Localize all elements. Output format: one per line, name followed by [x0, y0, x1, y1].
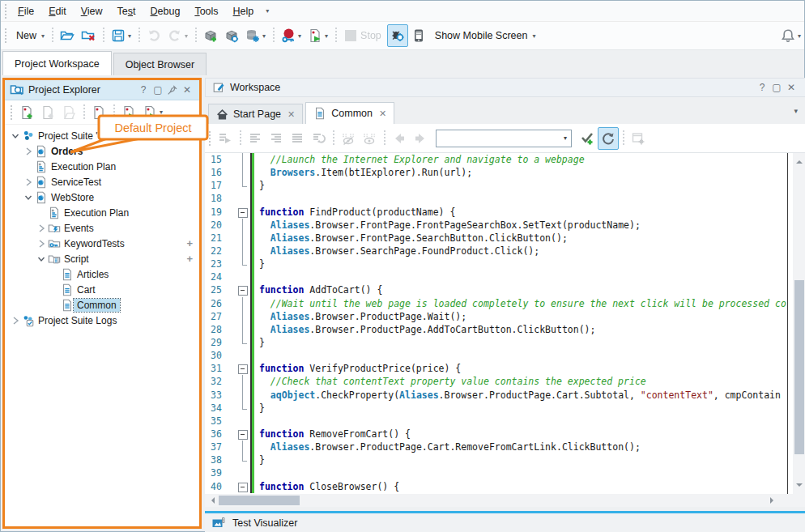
close-project-button[interactable] [78, 24, 99, 47]
data-options-button[interactable]: ▾ [242, 24, 269, 47]
notifications-button[interactable]: ▾ [777, 24, 804, 47]
chevron-right-icon[interactable] [10, 315, 21, 326]
menu-tools[interactable]: Tools [187, 2, 225, 20]
tab-object-browser[interactable]: Object Browser [113, 53, 207, 75]
code-line[interactable]: 35 [205, 415, 793, 428]
menu-view[interactable]: View [74, 2, 110, 20]
menu-overflow-icon[interactable]: ▾ [261, 7, 274, 15]
menu-debug[interactable]: Debug [143, 2, 188, 20]
code-line[interactable]: 18 [205, 192, 793, 205]
combobox-caret-icon[interactable]: ▾ [564, 134, 567, 142]
tree-item-servicetest[interactable]: ServiceTest [5, 174, 199, 189]
chevron-down-icon[interactable] [23, 192, 34, 203]
code-line[interactable]: 21 Aliases.Browser.FrontPage.SearchButto… [205, 232, 793, 245]
code-line[interactable]: 33 aqObject.CheckProperty(Aliases.Browse… [205, 389, 793, 402]
toolbar-grip[interactable] [3, 28, 8, 43]
chevron-right-icon[interactable] [23, 177, 34, 188]
scrollbar-thumb[interactable] [219, 496, 300, 505]
close-icon[interactable]: ✕ [784, 80, 799, 95]
close-tab-icon[interactable]: ✕ [288, 109, 295, 120]
code-line[interactable]: 17} [205, 179, 793, 192]
chevron-right-icon[interactable] [23, 146, 34, 157]
tree-item-webstore[interactable]: WebStore [5, 189, 199, 205]
vertical-scrollbar[interactable] [793, 153, 805, 494]
chevron-down-icon[interactable] [10, 130, 21, 142]
chevron-right-icon[interactable] [36, 223, 47, 234]
dropdown-caret-icon[interactable]: ▾ [41, 32, 45, 40]
dropdown-caret-icon[interactable]: ▾ [798, 32, 801, 40]
chevron-down-icon[interactable] [36, 253, 47, 265]
code-line[interactable]: 24 [205, 270, 793, 283]
add-new-item-button[interactable] [16, 101, 37, 124]
code-line[interactable]: 25function AddToCart() { [205, 283, 793, 296]
fold-collapse-icon[interactable] [236, 480, 250, 493]
tab-project-workspace[interactable]: Project Workspace [2, 51, 112, 75]
code-editor[interactable]: 15 //Launch the Internet Explorer and na… [205, 153, 793, 494]
code-line[interactable]: 26 //Wait until the web page is loaded c… [205, 297, 793, 310]
toolbar-grip[interactable] [3, 4, 8, 19]
help-icon[interactable]: ? [755, 80, 769, 95]
show-mobile-button[interactable]: Show Mobile Screen▾ [429, 24, 539, 47]
code-line[interactable]: 37 Aliases.Browser.ProductPage.Cart.Remo… [205, 440, 793, 453]
menu-file[interactable]: File [11, 2, 41, 20]
code-line[interactable]: 22 Aliases.Browser.SearchPage.FoundProdu… [205, 245, 793, 257]
tab-common[interactable]: Common ✕ [305, 102, 394, 124]
code-line[interactable]: 23} [205, 257, 793, 270]
dropdown-caret-icon[interactable]: ▾ [128, 32, 131, 40]
code-line[interactable]: 19function FindProduct(productName) { [205, 206, 793, 219]
map-object-button[interactable] [221, 24, 242, 47]
run-button[interactable]: ▾ [305, 24, 331, 47]
code-line[interactable]: 16 Browsers.Item(btIExplorer).Run(url); [205, 166, 793, 179]
maximize-icon[interactable]: ▢ [151, 83, 165, 97]
code-line[interactable]: 15 //Launch the Internet Explorer and na… [205, 153, 793, 166]
test-visualizer-bar[interactable]: Test Visualizer [205, 511, 805, 532]
close-tab-icon[interactable]: ✕ [379, 109, 386, 119]
tab-list-icon[interactable]: ▾ [794, 107, 798, 115]
code-line[interactable]: 30 [205, 349, 793, 362]
record-button[interactable]: ▾ [278, 24, 305, 47]
code-line[interactable]: 20 Aliases.Browser.FrontPage.FrontPageSe… [205, 219, 793, 232]
tree-item-execution-plan[interactable]: Execution Plan [5, 205, 199, 220]
tree-item-project-suite-logs[interactable]: Project Suite Logs [5, 313, 199, 328]
fold-collapse-icon[interactable] [236, 362, 250, 375]
scroll-up-icon[interactable] [796, 157, 803, 164]
menu-test[interactable]: Test [110, 2, 143, 20]
scroll-right-icon[interactable] [770, 497, 777, 504]
tree-item-articles[interactable]: Articles [5, 266, 199, 282]
code-line[interactable]: 28 Aliases.Browser.ProductPage.AddToCart… [205, 323, 793, 336]
code-line[interactable]: 38} [205, 453, 793, 466]
sync-button[interactable] [598, 127, 619, 150]
code-line[interactable]: 31function VerifyProductPrice(price) { [205, 362, 793, 375]
tree-item-common[interactable]: Common [5, 297, 199, 313]
close-icon[interactable]: ✕ [180, 83, 194, 97]
code-line[interactable]: 32 //Check that contentText property val… [205, 375, 793, 388]
dropdown-caret-icon[interactable]: ▾ [262, 32, 266, 40]
save-button[interactable]: ▾ [108, 24, 134, 47]
dropdown-caret-icon[interactable]: ▾ [185, 32, 188, 40]
menu-help[interactable]: Help [226, 2, 262, 20]
horizontal-scrollbar[interactable] [205, 494, 793, 507]
add-checkpoint-button[interactable] [577, 127, 598, 150]
code-line[interactable]: 40function CloseBrowser() { [205, 480, 793, 493]
code-line[interactable]: 34} [205, 402, 793, 415]
tree-item-script[interactable]: Script+ [5, 251, 199, 266]
code-line[interactable]: 36function RemoveFromCart() { [205, 428, 793, 440]
scrollbar-thumb[interactable] [794, 280, 804, 454]
code-line[interactable]: 29} [205, 336, 793, 349]
dropdown-caret-icon[interactable]: ▾ [532, 32, 535, 40]
new-button[interactable]: New▾ [11, 24, 48, 47]
fold-collapse-icon[interactable] [236, 428, 250, 440]
pin-icon[interactable] [165, 83, 180, 97]
help-icon[interactable]: ? [136, 83, 151, 97]
add-item-icon[interactable]: + [186, 253, 193, 265]
tree-item-execution-plan[interactable]: Execution Plan [5, 159, 199, 174]
open-button[interactable] [57, 24, 78, 47]
search-combobox[interactable]: ▾ [436, 130, 572, 147]
fold-collapse-icon[interactable] [236, 206, 250, 219]
maximize-icon[interactable]: ▢ [769, 80, 784, 95]
tree-item-keywordtests[interactable]: KeywordTests+ [5, 236, 199, 251]
debug-toggle-button[interactable] [387, 24, 408, 47]
tree-item-cart[interactable]: Cart [5, 282, 199, 297]
fold-collapse-icon[interactable] [236, 283, 250, 296]
code-line[interactable]: 39 [205, 466, 793, 479]
